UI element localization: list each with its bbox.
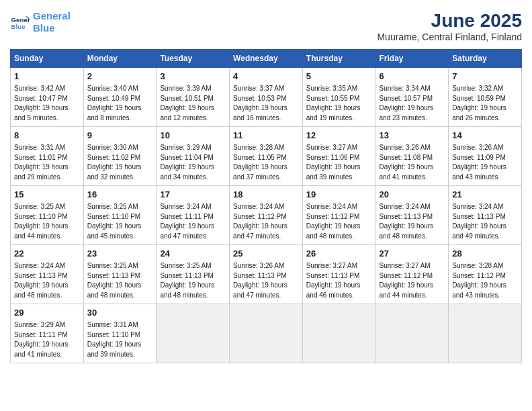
day-info: Sunrise: 3:31 AM Sunset: 11:01 PM Daylig… [14,143,80,182]
calendar-week: 1 Sunrise: 3:42 AM Sunset: 10:47 PM Dayl… [11,68,522,127]
day-info: Sunrise: 3:28 AM Sunset: 11:12 PM Daylig… [452,261,518,300]
day-cell: 9 Sunrise: 3:30 AM Sunset: 11:02 PM Dayl… [83,127,157,186]
empty-cell [375,304,449,363]
day-cell: 30 Sunrise: 3:31 AM Sunset: 11:10 PM Day… [83,304,157,363]
day-number: 18 [233,189,299,201]
calendar-table: Sunday Monday Tuesday Wednesday Thursday… [10,49,522,363]
day-info: Sunrise: 3:28 AM Sunset: 11:05 PM Daylig… [233,143,299,182]
col-sunday: Sunday [11,50,84,68]
day-number: 3 [160,71,226,83]
day-number: 9 [87,130,153,142]
day-info: Sunrise: 3:24 AM Sunset: 11:13 PM Daylig… [452,202,518,241]
day-number: 8 [14,130,80,142]
header-row: Sunday Monday Tuesday Wednesday Thursday… [11,50,522,68]
day-number: 30 [87,307,153,319]
empty-cell [157,304,230,363]
col-wednesday: Wednesday [230,50,303,68]
day-info: Sunrise: 3:29 AM Sunset: 11:11 PM Daylig… [14,320,80,359]
day-cell: 10 Sunrise: 3:29 AM Sunset: 11:04 PM Day… [157,127,230,186]
day-number: 6 [380,71,445,83]
col-tuesday: Tuesday [157,50,230,68]
calendar-week: 8 Sunrise: 3:31 AM Sunset: 11:01 PM Dayl… [11,127,522,186]
day-number: 11 [233,130,299,142]
day-cell: 23 Sunrise: 3:25 AM Sunset: 11:13 PM Day… [83,245,157,304]
col-thursday: Thursday [302,50,375,68]
day-cell: 20 Sunrise: 3:24 AM Sunset: 11:13 PM Day… [375,186,449,245]
day-info: Sunrise: 3:39 AM Sunset: 10:51 PM Daylig… [160,84,226,123]
day-number: 5 [306,71,372,83]
logo-text: General Blue [33,10,71,34]
empty-cell [449,304,522,363]
day-info: Sunrise: 3:24 AM Sunset: 11:13 PM Daylig… [14,261,80,300]
day-cell: 12 Sunrise: 3:27 AM Sunset: 11:06 PM Day… [302,127,375,186]
day-cell: 24 Sunrise: 3:25 AM Sunset: 11:13 PM Day… [157,245,230,304]
day-cell: 1 Sunrise: 3:42 AM Sunset: 10:47 PM Dayl… [11,68,84,127]
day-cell: 13 Sunrise: 3:26 AM Sunset: 11:08 PM Day… [375,127,449,186]
day-number: 10 [160,130,226,142]
day-cell: 29 Sunrise: 3:29 AM Sunset: 11:11 PM Day… [11,304,84,363]
day-cell: 21 Sunrise: 3:24 AM Sunset: 11:13 PM Day… [449,186,522,245]
svg-text:Blue: Blue [11,23,26,30]
day-number: 16 [87,189,153,201]
day-info: Sunrise: 3:31 AM Sunset: 11:10 PM Daylig… [87,320,153,359]
day-info: Sunrise: 3:25 AM Sunset: 11:13 PM Daylig… [87,261,153,300]
day-number: 15 [14,189,80,201]
calendar-week: 29 Sunrise: 3:29 AM Sunset: 11:11 PM Day… [11,304,522,363]
day-info: Sunrise: 3:34 AM Sunset: 10:57 PM Daylig… [380,84,445,123]
day-number: 7 [452,71,518,83]
day-cell: 28 Sunrise: 3:28 AM Sunset: 11:12 PM Day… [449,245,522,304]
day-cell: 19 Sunrise: 3:24 AM Sunset: 11:12 PM Day… [302,186,375,245]
calendar-title: June 2025 [377,10,522,32]
day-info: Sunrise: 3:24 AM Sunset: 11:12 PM Daylig… [233,202,299,241]
day-cell: 15 Sunrise: 3:25 AM Sunset: 11:10 PM Day… [11,186,84,245]
day-cell: 7 Sunrise: 3:32 AM Sunset: 10:59 PM Dayl… [449,68,522,127]
day-number: 1 [14,71,80,83]
day-cell: 16 Sunrise: 3:25 AM Sunset: 11:10 PM Day… [83,186,157,245]
day-info: Sunrise: 3:29 AM Sunset: 11:04 PM Daylig… [160,143,226,182]
day-cell: 25 Sunrise: 3:26 AM Sunset: 11:13 PM Day… [230,245,303,304]
col-saturday: Saturday [449,50,522,68]
title-area: June 2025 Muurame, Central Finland, Finl… [377,10,522,42]
day-cell: 26 Sunrise: 3:27 AM Sunset: 11:13 PM Day… [302,245,375,304]
day-cell: 18 Sunrise: 3:24 AM Sunset: 11:12 PM Day… [230,186,303,245]
day-cell: 2 Sunrise: 3:40 AM Sunset: 10:49 PM Dayl… [83,68,157,127]
day-cell: 5 Sunrise: 3:35 AM Sunset: 10:55 PM Dayl… [302,68,375,127]
day-info: Sunrise: 3:26 AM Sunset: 11:13 PM Daylig… [233,261,299,300]
day-info: Sunrise: 3:26 AM Sunset: 11:09 PM Daylig… [452,143,518,182]
day-cell: 8 Sunrise: 3:31 AM Sunset: 11:01 PM Dayl… [11,127,84,186]
day-number: 22 [14,248,80,260]
day-cell: 4 Sunrise: 3:37 AM Sunset: 10:53 PM Dayl… [230,68,303,127]
day-number: 21 [452,189,518,201]
day-number: 24 [160,248,226,260]
day-number: 23 [87,248,153,260]
day-info: Sunrise: 3:27 AM Sunset: 11:12 PM Daylig… [380,261,445,300]
day-number: 27 [380,248,445,260]
day-info: Sunrise: 3:27 AM Sunset: 11:06 PM Daylig… [306,143,372,182]
day-info: Sunrise: 3:24 AM Sunset: 11:11 PM Daylig… [160,202,226,241]
day-number: 12 [306,130,372,142]
day-number: 25 [233,248,299,260]
day-cell: 11 Sunrise: 3:28 AM Sunset: 11:05 PM Day… [230,127,303,186]
day-info: Sunrise: 3:24 AM Sunset: 11:13 PM Daylig… [380,202,445,241]
day-info: Sunrise: 3:25 AM Sunset: 11:10 PM Daylig… [14,202,80,241]
day-number: 4 [233,71,299,83]
day-info: Sunrise: 3:26 AM Sunset: 11:08 PM Daylig… [380,143,445,182]
day-number: 26 [306,248,372,260]
day-info: Sunrise: 3:42 AM Sunset: 10:47 PM Daylig… [14,84,80,123]
empty-cell [230,304,303,363]
day-number: 29 [14,307,80,319]
day-number: 14 [452,130,518,142]
day-info: Sunrise: 3:25 AM Sunset: 11:10 PM Daylig… [87,202,153,241]
day-cell: 3 Sunrise: 3:39 AM Sunset: 10:51 PM Dayl… [157,68,230,127]
day-cell: 17 Sunrise: 3:24 AM Sunset: 11:11 PM Day… [157,186,230,245]
day-info: Sunrise: 3:25 AM Sunset: 11:13 PM Daylig… [160,261,226,300]
calendar-week: 15 Sunrise: 3:25 AM Sunset: 11:10 PM Day… [11,186,522,245]
day-info: Sunrise: 3:40 AM Sunset: 10:49 PM Daylig… [87,84,153,123]
day-number: 13 [380,130,445,142]
header: General Blue General Blue June 2025 Muur… [10,10,522,42]
day-info: Sunrise: 3:27 AM Sunset: 11:13 PM Daylig… [306,261,372,300]
day-number: 28 [452,248,518,260]
day-number: 2 [87,71,153,83]
logo-general: General [33,10,71,21]
day-cell: 22 Sunrise: 3:24 AM Sunset: 11:13 PM Day… [11,245,84,304]
